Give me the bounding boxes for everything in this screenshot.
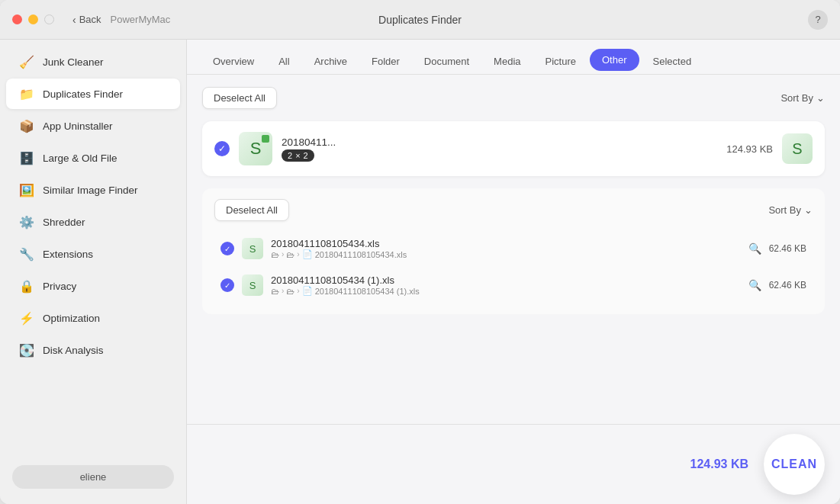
sidebar-label-shredder: Shredder xyxy=(43,217,85,228)
file-1-path: 🗁 › 🗁 › 📄 20180411108105434.xls xyxy=(271,249,741,259)
sidebar-item-large-old-file[interactable]: 🗄️ Large & Old File xyxy=(6,143,180,173)
duplicates-finder-icon: 📁 xyxy=(18,85,35,102)
privacy-icon: 🔒 xyxy=(18,278,35,294)
file-info: 20180411... 2 × 2 xyxy=(282,136,717,162)
badge-count-2: 2 xyxy=(304,151,308,160)
user-pill[interactable]: eliene xyxy=(12,465,174,489)
detail-file-row-2[interactable]: ✓ S 20180411108105434 (1).xls 🗁 › 🗁 › xyxy=(214,267,813,303)
sort-by-label: Sort By xyxy=(780,92,813,104)
file-checkbox[interactable]: ✓ xyxy=(214,141,230,156)
sidebar-item-extensions[interactable]: 🔧 Extensions xyxy=(6,239,180,269)
clean-button[interactable]: CLEAN xyxy=(764,434,825,495)
maximize-button[interactable] xyxy=(44,14,54,24)
sidebar-item-optimization[interactable]: ⚡ Optimization xyxy=(6,303,180,333)
path-folder-icon-4: 🗁 xyxy=(286,287,294,296)
file-1-search-icon[interactable]: 🔍 xyxy=(748,242,761,255)
total-size: 124.93 KB xyxy=(690,457,749,471)
sidebar-item-junk-cleaner[interactable]: 🧹 Junk Cleaner xyxy=(6,47,180,77)
detail-toolbar: Deselect All Sort By ⌄ xyxy=(214,199,813,221)
sidebar-item-app-uninstaller[interactable]: 📦 App Uninstaller xyxy=(6,111,180,141)
file-2-size: 62.46 KB xyxy=(769,280,806,291)
main-window: ‹ Back PowerMyMac Duplicates Finder ? 🧹 … xyxy=(0,0,840,504)
tab-all[interactable]: All xyxy=(268,50,300,73)
detail-sort-chevron-icon: ⌄ xyxy=(804,204,813,216)
main-layout: 🧹 Junk Cleaner 📁 Duplicates Finder 📦 App… xyxy=(0,40,840,504)
tab-overview[interactable]: Overview xyxy=(202,50,265,73)
sidebar-label-duplicates-finder: Duplicates Finder xyxy=(43,88,123,100)
sidebar-label-large-old-file: Large & Old File xyxy=(43,152,117,164)
sidebar-item-shredder[interactable]: ⚙️ Shredder xyxy=(6,207,180,237)
extensions-icon: 🔧 xyxy=(18,246,35,262)
sidebar-label-extensions: Extensions xyxy=(43,249,93,260)
path-folder-icon-3: 🗁 xyxy=(271,287,279,296)
titlebar: ‹ Back PowerMyMac Duplicates Finder ? xyxy=(0,0,840,40)
detail-file-row-1[interactable]: ✓ S 20180411108105434.xls 🗁 › 🗁 › 📄 xyxy=(214,230,813,267)
detail-deselect-all-button[interactable]: Deselect All xyxy=(214,199,289,221)
tab-document[interactable]: Document xyxy=(414,50,480,73)
tabs-bar: Overview All Archive Folder Document Med… xyxy=(187,40,840,75)
sidebar-label-disk-analysis: Disk Analysis xyxy=(43,345,104,356)
back-chevron-icon: ‹ xyxy=(72,14,76,26)
sidebar-item-duplicates-finder[interactable]: 📁 Duplicates Finder xyxy=(6,79,180,109)
file-2-name: 20180411108105434 (1).xls xyxy=(271,274,741,286)
file-1-checkbox[interactable]: ✓ xyxy=(220,242,234,255)
scroll-area[interactable]: Deselect All Sort By ⌄ ✓ S 20180411. xyxy=(187,75,840,424)
file-1-path-text: 20180411108105434.xls xyxy=(315,250,407,259)
tab-archive[interactable]: Archive xyxy=(304,50,358,73)
file-2-info: 20180411108105434 (1).xls 🗁 › 🗁 › 📄 2018… xyxy=(271,274,741,296)
file-2-icon: S xyxy=(242,274,263,296)
minimize-button[interactable] xyxy=(28,14,38,24)
sidebar-label-junk-cleaner: Junk Cleaner xyxy=(43,56,104,68)
sidebar-bottom: eliene xyxy=(0,456,186,498)
duplicate-badge: 2 × 2 xyxy=(282,149,314,162)
sort-by-control[interactable]: Sort By ⌄ xyxy=(780,92,825,104)
similar-image-icon: 🖼️ xyxy=(18,181,35,198)
tab-selected[interactable]: Selected xyxy=(642,50,703,73)
detail-sort-by[interactable]: Sort By ⌄ xyxy=(768,204,813,216)
sidebar-item-disk-analysis[interactable]: 💽 Disk Analysis xyxy=(6,335,180,365)
file-2-checkbox[interactable]: ✓ xyxy=(220,278,234,292)
duplicate-detail-panel: Deselect All Sort By ⌄ ✓ S 201804 xyxy=(202,188,825,314)
sort-by-chevron-icon: ⌄ xyxy=(816,92,825,104)
app-uninstaller-icon: 📦 xyxy=(18,117,35,134)
main-toolbar: Deselect All Sort By ⌄ xyxy=(202,87,825,109)
help-button[interactable]: ? xyxy=(808,10,828,30)
sidebar-label-app-uninstaller: App Uninstaller xyxy=(43,120,113,132)
path-folder-icon-1: 🗁 xyxy=(271,250,279,259)
file-1-icon: S xyxy=(242,238,263,259)
tab-picture[interactable]: Picture xyxy=(535,50,587,73)
powermymac-app-name: PowerMyMac xyxy=(111,14,171,25)
large-old-file-icon: 🗄️ xyxy=(18,149,35,166)
file-icon-right: S xyxy=(782,133,813,164)
sidebar-item-privacy[interactable]: 🔒 Privacy xyxy=(6,271,180,301)
disk-analysis-icon: 💽 xyxy=(18,342,35,358)
back-button[interactable]: ‹ Back xyxy=(72,14,101,26)
content-area: Overview All Archive Folder Document Med… xyxy=(187,40,840,504)
tab-media[interactable]: Media xyxy=(483,50,531,73)
file-2-path: 🗁 › 🗁 › 📄 20180411108105434 (1).xls xyxy=(271,286,741,296)
path-folder-icon-2: 🗁 xyxy=(286,250,294,259)
path-file-icon-2: 📄 xyxy=(302,286,313,296)
path-file-icon-1: 📄 xyxy=(302,249,313,259)
close-button[interactable] xyxy=(12,14,22,24)
badge-count-1: 2 xyxy=(288,151,292,160)
file-main-row: ✓ S 20180411... 2 × 2 124.93 xyxy=(214,132,813,165)
sidebar-label-optimization: Optimization xyxy=(43,313,100,324)
tab-folder[interactable]: Folder xyxy=(361,50,410,73)
junk-cleaner-icon: 🧹 xyxy=(18,53,35,70)
file-icon-spreadsheet: S xyxy=(239,132,272,165)
badge-x-icon: × xyxy=(295,151,300,160)
file-2-path-text: 20180411108105434 (1).xls xyxy=(315,287,420,296)
sidebar: 🧹 Junk Cleaner 📁 Duplicates Finder 📦 App… xyxy=(0,40,187,504)
file-size-main: 124.93 KB xyxy=(726,143,773,155)
file-1-info: 20180411108105434.xls 🗁 › 🗁 › 📄 20180411… xyxy=(271,238,741,259)
shredder-icon: ⚙️ xyxy=(18,213,35,230)
file-group-main: ✓ S 20180411... 2 × 2 124.93 xyxy=(202,121,825,176)
sidebar-item-similar-image-finder[interactable]: 🖼️ Similar Image Finder xyxy=(6,175,180,205)
sidebar-label-similar-image: Similar Image Finder xyxy=(43,185,138,196)
tab-other[interactable]: Other xyxy=(590,49,639,71)
file-2-search-icon[interactable]: 🔍 xyxy=(748,279,761,291)
traffic-lights xyxy=(12,14,54,24)
deselect-all-button[interactable]: Deselect All xyxy=(202,87,277,109)
optimization-icon: ⚡ xyxy=(18,310,35,326)
